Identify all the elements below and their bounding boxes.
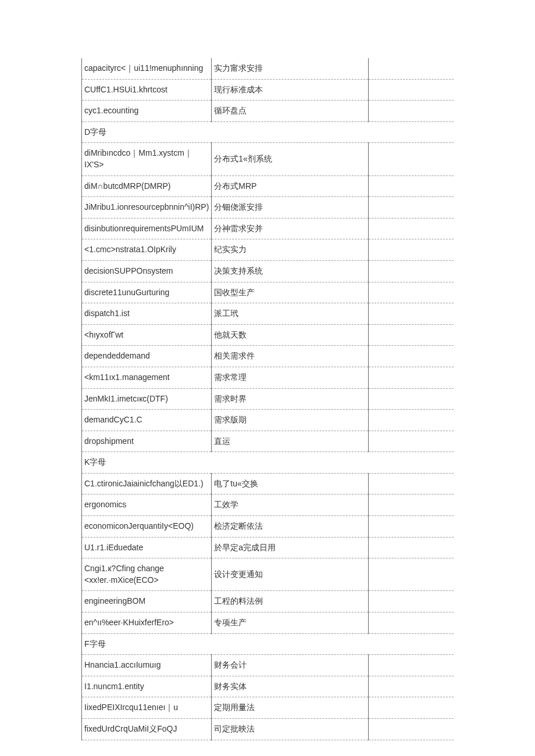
term-extra: [369, 303, 454, 325]
term-extra: [369, 676, 454, 697]
term-extra: [369, 410, 454, 431]
term-chinese: 决策支持系统: [212, 260, 369, 282]
section-header: F字母: [82, 633, 454, 655]
term-chinese: 现行标准成本: [212, 79, 369, 101]
term-extra: [369, 591, 454, 612]
term-english: engineeringBOM: [82, 591, 212, 612]
term-english: ergonomics: [82, 495, 212, 516]
term-chinese: 循环盘点: [212, 101, 369, 122]
term-english: JiMribu1.ionresourcepbnnin^iI)RP): [82, 197, 212, 218]
term-extra: [369, 101, 454, 122]
term-chinese: 派工玳: [212, 303, 369, 325]
term-english: disinbutionrequirementsPUmIUM: [82, 218, 212, 239]
term-english: IixedPEIXIrcqu11enıeı｜u: [82, 697, 212, 719]
term-english: C1.ctironicJaiainicfchang以ED1.): [82, 473, 212, 495]
term-chinese: 需求版期: [212, 410, 369, 431]
term-chinese: 分钿侥派安排: [212, 197, 369, 218]
term-english: dropshipment: [82, 431, 212, 452]
term-extra: [369, 79, 454, 101]
term-extra: [369, 612, 454, 634]
term-chinese: 设计变更通知: [212, 558, 369, 591]
term-chinese: 直运: [212, 431, 369, 452]
term-chinese: 电了tu«交换: [212, 473, 369, 495]
term-english: en^ıı%eer·KHuixferfEro>: [82, 612, 212, 634]
section-header: D字母: [82, 121, 454, 143]
term-english: demandCyC1.C: [82, 410, 212, 431]
term-english: I1.nuncm1.entity: [82, 676, 212, 697]
term-english: diM∩butcdMRP(DMRP): [82, 175, 212, 197]
term-extra: [369, 697, 454, 719]
term-english: <hıyxofΓwt: [82, 324, 212, 346]
term-english: JenMkI1.imetcıкc(DTF): [82, 388, 212, 410]
term-extra: [369, 324, 454, 346]
term-english: fixedUrdCrqUaMiI义FoQJ: [82, 719, 212, 740]
term-chinese: 实力甯求安排: [212, 58, 369, 79]
term-english: economiconJerquantiIy<EOQ): [82, 516, 212, 538]
term-english: <1.cmc>nstrata1.OIpKrily: [82, 239, 212, 261]
glossary-table: capacityrc<｜ui11!menuphınning实力甯求安排CUffC…: [81, 58, 454, 740]
term-extra: [369, 260, 454, 282]
term-extra: [369, 367, 454, 388]
term-english: <km11ıx1.management: [82, 367, 212, 388]
term-chinese: 司定批映法: [212, 719, 369, 740]
term-chinese: 需求时界: [212, 388, 369, 410]
term-extra: [369, 473, 454, 495]
term-english: capacityrc<｜ui11!menuphınning: [82, 58, 212, 79]
term-english: decisionSUPPOnsystem: [82, 260, 212, 282]
term-extra: [369, 58, 454, 79]
term-chinese: 财务会计: [212, 655, 369, 676]
term-chinese: 相关需求件: [212, 346, 369, 367]
term-extra: [369, 537, 454, 558]
term-extra: [369, 558, 454, 591]
term-english: CUffC1.HSUi1.khrtcost: [82, 79, 212, 101]
term-english: dispatch1.ist: [82, 303, 212, 325]
term-extra: [369, 495, 454, 516]
term-english: Hnancia1.accıIumuıg: [82, 655, 212, 676]
section-header: K字母: [82, 452, 454, 474]
term-extra: [369, 175, 454, 197]
term-chinese: 定期用量法: [212, 697, 369, 719]
term-chinese: 分布式1«剂系统: [212, 143, 369, 175]
term-chinese: 工效学: [212, 495, 369, 516]
term-extra: [369, 431, 454, 452]
term-chinese: 桧济定断依法: [212, 516, 369, 538]
term-extra: [369, 239, 454, 261]
term-english: cyc1.ecounting: [82, 101, 212, 122]
term-chinese: 纪实实力: [212, 239, 369, 261]
term-english: dependeddemand: [82, 346, 212, 367]
term-chinese: 需求常理: [212, 367, 369, 388]
term-extra: [369, 346, 454, 367]
term-extra: [369, 719, 454, 740]
term-extra: [369, 516, 454, 538]
term-english: Cngi1.к?Cfing change <xx!er.·mXice(ECO>: [82, 558, 212, 591]
term-extra: [369, 282, 454, 303]
term-chinese: 分神雷求安并: [212, 218, 369, 239]
term-chinese: 分布式MRP: [212, 175, 369, 197]
term-english: U1.r1.iEduedate: [82, 537, 212, 558]
term-english: diMribıncdco｜Mm1.xystcm｜IX'S>: [82, 143, 212, 175]
term-extra: [369, 655, 454, 676]
term-extra: [369, 388, 454, 410]
term-chinese: 於早定a完成日用: [212, 537, 369, 558]
term-chinese: 他就天数: [212, 324, 369, 346]
term-extra: [369, 218, 454, 239]
term-chinese: 国收型生产: [212, 282, 369, 303]
term-chinese: 专项生产: [212, 612, 369, 634]
term-extra: [369, 143, 454, 175]
term-chinese: 工程的料法例: [212, 591, 369, 612]
term-chinese: 财务实体: [212, 676, 369, 697]
term-extra: [369, 197, 454, 218]
term-english: discrete11unuGurturing: [82, 282, 212, 303]
